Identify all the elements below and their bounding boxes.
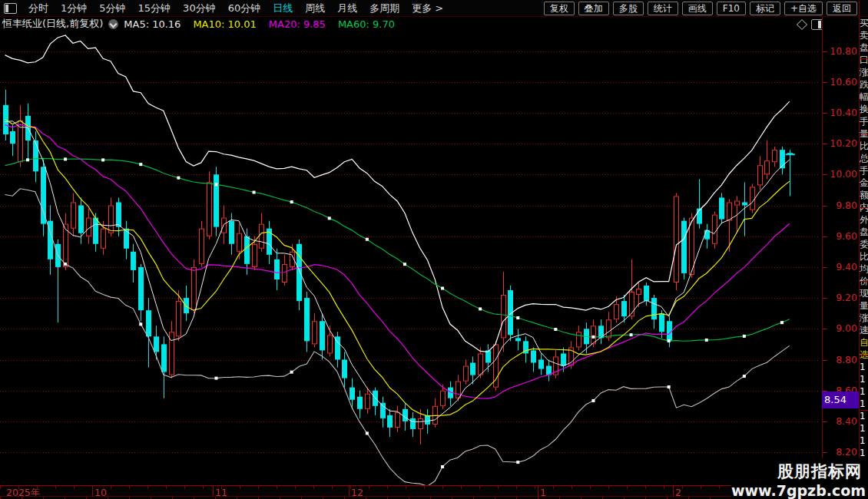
y-axis-label: 8.40 [825,415,857,428]
y-axis-tick [823,174,827,175]
watermark-site-name: 股朋指标网 [731,461,862,482]
sidebar-clipped-text: 均 [860,263,868,275]
price-axis-border [822,17,823,496]
sidebar-clipped-text: 卖 [860,29,868,41]
sidebar-divider [860,355,868,355]
date-minor-ticks [0,486,822,489]
maximize-pane-icon[interactable] [811,19,823,30]
period-tab-9[interactable]: 多周期 [363,0,406,16]
y-axis-label: 10.20 [825,137,857,150]
sidebar-divider [860,410,868,411]
period-tabs: 分时1分钟5分钟15分钟30分钟60分钟日线周线月线多周期更多 > [22,0,449,16]
sidebar-clipped-text: 1 [860,385,868,398]
period-tab-6[interactable]: 日线 [267,0,299,16]
sidebar-clipped-text: 手 [860,164,868,177]
sidebar-clipped-text: 买 [860,17,868,29]
period-tab-8[interactable]: 月线 [331,0,363,16]
sidebar-clipped-text: 盘 [860,226,868,238]
stock-chart-app: { "toolbar": { "periods": ["分时","1分钟","5… [0,0,868,499]
y-axis-tick [823,421,827,422]
top-toolbar: 分时1分钟5分钟15分钟30分钟60分钟日线周线月线多周期更多 > 复权叠加多股… [0,0,868,17]
sidebar-clipped-text: 换 [860,103,868,115]
date-axis-separator [538,486,538,496]
y-axis-label: 9.00 [825,322,857,335]
sidebar-clipped-text: 自 [860,336,868,349]
sidebar-clipped-text: 总 [860,152,868,164]
date-axis: 2025年10111212 [0,485,822,496]
chevron-down-icon[interactable] [108,19,118,29]
ma-label-3: MA60: 9.70 [338,18,395,30]
sidebar-clipped-text: 1 [860,447,868,459]
date-axis-separator [673,486,674,496]
sidebar-clipped-text: 口 [860,54,868,66]
sidebar-clipped-text: 1 [860,398,868,410]
y-axis-tick [823,113,827,114]
sidebar-clipped-text: 现 [860,287,868,299]
sidebar-clipped-text: 盘 [860,41,868,54]
ma-label-2: MA20: 9.85 [269,18,326,30]
sidebar-clipped-text: 1 [860,373,868,385]
watermark: 股朋指标网 www.7gpzb.com [731,458,868,499]
right-sidebar-clipped: 买卖盘口涨跌幅换手量比总手金额内外盘委比均价现量涨速自选1111111111 [860,17,868,499]
period-tab-2[interactable]: 5分钟 [93,0,131,16]
y-axis-label: 9.80 [825,200,857,212]
sidebar-divider [860,58,868,59]
clipped-next-pane: 共105周期 + 统计 [0,496,822,499]
date-axis-separator [349,486,350,496]
chart-title-bar: 恒丰纸业(日线,前复权) MA5: 10.16MA10: 10.01MA20: … [0,17,819,31]
toolbar-button-6[interactable]: 标记 [750,2,780,15]
sidebar-clipped-text: 手 [860,115,868,127]
sidebar-clipped-text: 速 [860,324,868,336]
period-tab-7[interactable]: 周线 [299,0,331,16]
y-axis-tick [823,51,827,52]
toolbar-button-5[interactable]: F10 [717,2,746,15]
y-axis-label: 9.40 [825,261,857,273]
toolbar-button-8[interactable]: 返回 [827,2,857,15]
y-axis-tick [823,144,827,144]
watermark-url: www.7gpzb.com [731,482,863,499]
y-axis-tick [823,267,827,268]
period-tab-3[interactable]: 15分钟 [132,0,177,16]
ma-label-1: MA10: 10.01 [193,18,256,30]
period-tab-4[interactable]: 30分钟 [177,0,222,16]
toolbar-button-0[interactable]: 复权 [544,2,575,15]
sidebar-clipped-text: 涨 [860,312,868,324]
toolbar-button-4[interactable]: 画线 [682,2,713,15]
sidebar-divider [860,207,868,208]
window-panel-icon[interactable] [4,3,17,14]
toolbar-button-3[interactable]: 统计 [648,2,678,15]
toolbar-button-7[interactable]: +自选 [784,2,823,15]
sidebar-clipped-text: 量 [860,299,868,312]
sidebar-clipped-text: 1 [860,410,868,422]
y-axis-label: 10.80 [825,45,857,58]
sidebar-clipped-text: 1 [860,422,868,435]
y-axis-label: 8.80 [825,354,857,366]
date-axis-separator [213,486,214,496]
sidebar-clipped-text: 1 [860,435,868,447]
toolbar-button-1[interactable]: 叠加 [578,2,609,15]
sidebar-divider [860,281,868,282]
sidebar-clipped-text: 比 [860,250,868,263]
toolbar-button-2[interactable]: 多股 [613,2,644,15]
y-axis-label: 9.20 [825,292,857,304]
period-tab-1[interactable]: 1分钟 [55,0,93,16]
toolbar-buttons: 复权叠加多股统计画线F10标记+自选返回 [544,2,868,15]
y-axis-tick [823,360,827,361]
sidebar-clipped-text: 额 [860,189,868,201]
ma-label-0: MA5: 10.16 [124,18,181,30]
y-axis-label: 10.40 [825,107,857,119]
period-tab-10[interactable]: 更多 > [406,0,449,16]
period-tab-5[interactable]: 60分钟 [222,0,267,16]
y-axis-tick [823,206,827,207]
period-tab-0[interactable]: 分时 [22,0,55,16]
date-axis-separator [92,486,93,496]
sidebar-clipped-text: 比 [860,140,868,152]
y-axis-label: 9.60 [825,230,857,243]
sidebar-clipped-text: 幅 [860,91,868,103]
ma-legend: MA5: 10.16MA10: 10.01MA20: 9.85MA60: 9.7… [124,18,407,30]
y-axis-tick [823,329,827,329]
sidebar-clipped-text: 1 [860,361,868,373]
y-axis-tick [823,236,827,237]
candlestick-chart[interactable] [0,31,822,485]
y-axis-label: 8.20 [825,446,857,458]
